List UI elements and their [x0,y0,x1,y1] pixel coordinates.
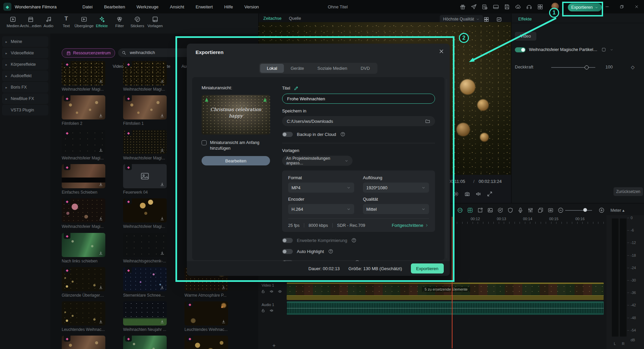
mute-icon[interactable] [269,308,274,313]
effect-card[interactable]: ◆Weihnachtsfeier Magi... [62,61,105,92]
effect-card[interactable]: ◆Sternenklare Schneeer... [123,267,167,298]
dialog-tab-soziale-medien[interactable]: Soziale Medien [311,64,354,73]
effect-thumbnail[interactable] [123,301,167,326]
download-icon[interactable] [160,182,165,187]
close-button[interactable] [629,0,644,13]
sidebar-item-audioeffekt[interactable]: ▸Audioeffekt [2,70,48,81]
dialog-scrollbar[interactable] [446,79,447,258]
toggle-switch[interactable] [282,238,293,243]
layout-grid-icon[interactable] [483,16,489,22]
effect-thumbnail[interactable]: ◆ [123,95,167,119]
menu-datei[interactable]: Datei [77,4,98,9]
effect-thumbnail[interactable]: ◆ [62,198,105,222]
zoom-in-icon[interactable] [598,207,605,213]
ripple-tool-icon[interactable] [547,207,554,213]
effect-card[interactable]: ◆Weihnachtsfeier Magi... [62,130,105,160]
playhead[interactable] [452,217,452,348]
menu-bearbeiten[interactable]: Bearbeiten [98,4,131,9]
effect-thumbnail[interactable]: ◆ [62,95,105,119]
toggle-switch[interactable] [282,249,293,254]
download-icon[interactable] [98,182,103,187]
sidebar-item-videoeffekte[interactable]: ▸Videoeffekte [2,48,48,58]
tab-vorlagen[interactable]: Vorlagen [146,13,164,28]
effect-card[interactable]: ◆Einfaches Schieben [62,164,105,195]
ai-edit-icon[interactable] [293,85,299,91]
mute-icon[interactable] [269,289,274,294]
effect-card[interactable]: ◆Leuchtendes Weihnac... [184,301,228,332]
meter-toggle[interactable]: Meter ▴ [610,208,625,213]
help-icon[interactable] [328,249,333,254]
effect-card[interactable]: ◆Weihnachtsfeier Magi... [123,198,167,229]
effect-card[interactable]: ◆ [123,336,167,349]
download-icon[interactable] [98,113,103,118]
effect-thumbnail[interactable]: ◆ [62,164,105,188]
compound-tool-icon[interactable] [537,207,544,213]
effect-thumbnail[interactable]: ◆ [62,267,105,291]
grid4-icon[interactable] [537,4,543,10]
download-icon[interactable] [98,79,103,84]
avatar[interactable] [551,3,559,10]
cloud-icon[interactable] [515,4,521,10]
timeline-zoom-slider[interactable] [565,210,592,211]
download-icon[interactable] [160,216,165,221]
opacity-slider[interactable] [551,67,595,68]
download-icon[interactable] [160,319,165,324]
sidebar-item-boris-fx[interactable]: ▸Boris FX [2,82,48,93]
help-icon[interactable] [351,238,357,243]
mic-tool-icon[interactable] [517,207,524,213]
tab-stickers[interactable]: Stickers [128,13,146,28]
minimize-button[interactable] [600,0,614,13]
send-icon[interactable] [471,4,477,10]
tasks-icon[interactable] [482,4,488,10]
download-icon[interactable] [160,148,165,153]
download-icon[interactable] [160,285,165,290]
tab-text[interactable]: TText [57,13,75,28]
download-icon[interactable] [98,251,103,256]
sidebar-item-meine[interactable]: ▸Meine [2,36,48,47]
download-icon[interactable] [160,79,165,84]
tab-effekte[interactable]: Effekte [93,13,111,28]
zoom-out-icon[interactable] [557,207,564,213]
templates-select[interactable]: An Projekteinstellungen anpass... [282,156,353,166]
headset-icon[interactable] [526,4,532,10]
effect-thumbnail[interactable]: ◆ [123,164,167,188]
audio-clip[interactable] [287,301,604,315]
save-path-field[interactable]: C:/Users/ws/Downloads [282,116,435,126]
effect-thumbnail[interactable]: ◆ [62,61,105,85]
download-icon[interactable] [98,319,103,324]
sidebar-item-k-rpereffekte[interactable]: ▸Körpereffekte [2,59,48,70]
download-icon[interactable] [160,251,165,256]
save-icon[interactable] [504,4,510,10]
effect-thumbnail[interactable]: ◆ [123,198,167,222]
effect-card[interactable]: ◆Weihnachtsfeier Magi... [62,198,105,229]
download-icon[interactable] [98,216,103,221]
tab-berg-nge[interactable]: Übergänge [75,13,93,28]
dialog-export-button[interactable]: Exportieren [411,263,444,273]
effect-card[interactable]: ◆Filmfolien 1 [123,95,167,126]
help-icon[interactable] [340,132,345,137]
field-select[interactable]: MP4 [288,183,354,193]
folder-icon[interactable] [425,118,430,124]
effect-card[interactable]: ◆ [184,336,228,349]
keyframe-diamond-icon[interactable]: ◇ [631,64,635,70]
effect-thumbnail[interactable]: ◆ [184,336,228,349]
marquee-icon[interactable] [601,47,606,52]
dialog-tab-lokal[interactable]: Lokal [260,64,284,73]
title-input[interactable] [282,94,435,104]
effect-thumbnail[interactable]: ◆ [184,301,228,326]
dialog-tab-dvd[interactable]: DVD [354,64,376,73]
tab-video[interactable]: Video [515,32,536,41]
settings-icon[interactable] [453,191,459,197]
restore-button[interactable] [614,0,629,13]
field-select[interactable]: Mittel [363,204,429,214]
effect-thumbnail[interactable]: ◆ [62,336,105,349]
menu-werkzeuge[interactable]: Werkzeuge [131,4,164,9]
gift-icon[interactable] [460,4,466,10]
menu-hilfe[interactable]: Hilfe [218,4,238,9]
effect-toggle[interactable] [515,47,526,52]
framex-tool-icon[interactable] [477,207,483,213]
add-track-button[interactable]: + [272,342,276,349]
lock-icon[interactable] [261,289,265,294]
advanced-link[interactable]: Fortgeschrittene [392,223,429,228]
shield-tool-icon[interactable] [507,207,514,213]
